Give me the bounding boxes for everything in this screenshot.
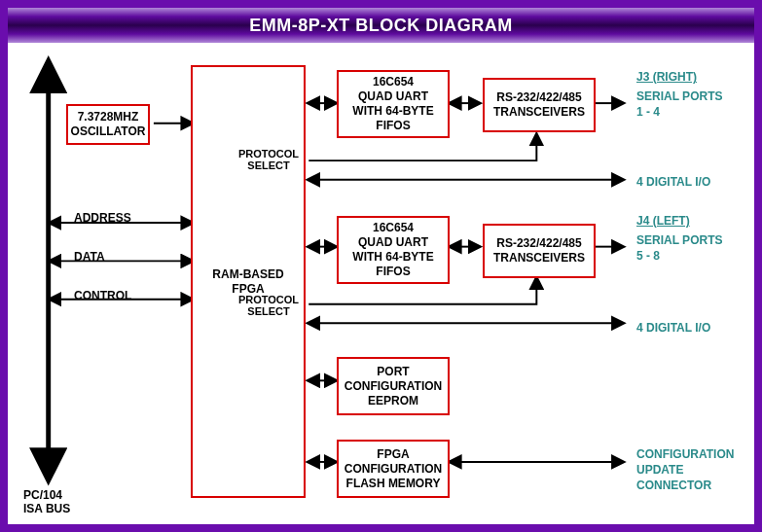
label-config-2: UPDATE xyxy=(636,463,683,477)
block-port-eeprom: PORT CONFIGURATION EEPROM xyxy=(337,357,450,415)
label-protocol-select-2: PROTOCOL SELECT xyxy=(235,294,303,317)
block-transceivers-1: RS-232/422/485 TRANSCEIVERS xyxy=(483,78,596,132)
label-serial-1-4-b: 1 - 4 xyxy=(636,105,660,119)
label-config-1: CONFIGURATION xyxy=(636,447,734,461)
label-j4: J4 (LEFT) xyxy=(636,214,690,228)
block-transceivers-2: RS-232/422/485 TRANSCEIVERS xyxy=(483,224,596,278)
label-digital-io-2: 4 DIGITAL I/O xyxy=(636,321,710,335)
block-uart-2: 16C654 QUAD UART WITH 64-BYTE FIFOS xyxy=(337,216,450,284)
diagram-frame: EMM-8P-XT BLOCK DIAGRAM xyxy=(0,0,762,532)
title-bar: EMM-8P-XT BLOCK DIAGRAM xyxy=(8,8,754,43)
label-serial-5-8-b: 5 - 8 xyxy=(636,249,660,263)
diagram-canvas: PC/104 ISA BUS 7.3728MHZ OSCILLATOR RAM-… xyxy=(16,51,746,516)
label-digital-io-1: 4 DIGITAL I/O xyxy=(636,175,710,189)
block-fpga: RAM-BASED FPGA xyxy=(191,65,306,498)
label-serial-1-4-a: SERIAL PORTS xyxy=(636,89,722,103)
label-protocol-select-1: PROTOCOL SELECT xyxy=(235,148,303,171)
label-j3: J3 (RIGHT) xyxy=(636,70,697,84)
label-serial-5-8-a: SERIAL PORTS xyxy=(636,233,722,247)
label-config-3: CONNECTOR xyxy=(636,479,711,492)
label-data: DATA xyxy=(74,250,105,264)
block-oscillator: 7.3728MHZ OSCILLATOR xyxy=(66,104,150,145)
block-fpga-flash: FPGA CONFIGURATION FLASH MEMORY xyxy=(337,440,450,498)
diagram-title: EMM-8P-XT BLOCK DIAGRAM xyxy=(249,16,513,35)
label-control: CONTROL xyxy=(74,289,131,302)
bus-label-2: ISA BUS xyxy=(23,502,70,515)
label-address: ADDRESS xyxy=(74,211,131,225)
block-uart-1: 16C654 QUAD UART WITH 64-BYTE FIFOS xyxy=(337,70,450,138)
bus-label-1: PC/104 xyxy=(23,488,62,502)
